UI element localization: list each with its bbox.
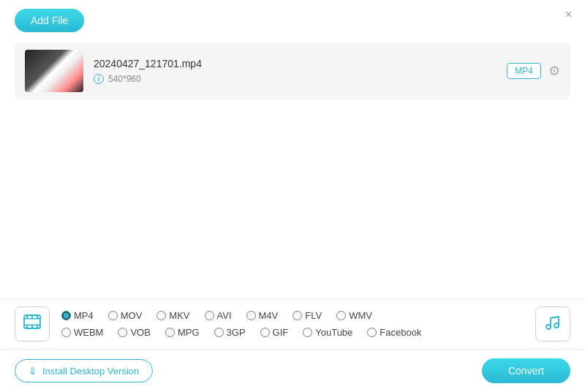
svg-point-9 [546, 325, 551, 329]
radio-mpg[interactable]: MPG [165, 327, 200, 338]
radio-vob[interactable]: VOB [118, 327, 150, 338]
close-button[interactable]: × [562, 7, 575, 22]
main-container: Add File 20240427_121701.mp4 i 540*960 M… [0, 0, 585, 99]
format-row-1: MP4 MOV MKV AVI M4V [61, 310, 524, 321]
svg-rect-6 [31, 325, 33, 329]
radio-webm[interactable]: WEBM [61, 327, 103, 338]
svg-rect-1 [24, 318, 40, 320]
radio-facebook[interactable]: Facebook [367, 327, 421, 338]
action-bar: ⇓ Install Desktop Version Convert [0, 350, 585, 392]
file-row: 20240427_121701.mp4 i 540*960 MP4 ⚙ [15, 42, 570, 99]
install-desktop-button[interactable]: ⇓ Install Desktop Version [15, 359, 153, 382]
format-badge[interactable]: MP4 [507, 63, 541, 79]
radio-m4v[interactable]: M4V [246, 310, 279, 321]
format-bar: MP4 MOV MKV AVI M4V [0, 299, 585, 350]
bottom-section: MP4 MOV MKV AVI M4V [0, 298, 585, 392]
radio-youtube[interactable]: YouTube [303, 327, 352, 338]
file-info: 20240427_121701.mp4 i 540*960 [94, 58, 497, 84]
convert-button[interactable]: Convert [482, 358, 570, 383]
settings-icon[interactable]: ⚙ [548, 63, 560, 79]
thumbnail-image [25, 50, 83, 92]
svg-rect-3 [26, 315, 28, 318]
file-resolution: 540*960 [108, 74, 141, 84]
file-name: 20240427_121701.mp4 [94, 58, 497, 69]
download-icon: ⇓ [29, 365, 37, 377]
radio-wmv[interactable]: WMV [336, 310, 372, 321]
video-format-icon-wrap[interactable] [15, 306, 50, 342]
format-row-2: WEBM VOB MPG 3GP GIF [61, 327, 524, 338]
info-icon: i [94, 74, 104, 84]
radio-avi[interactable]: AVI [205, 310, 232, 321]
radio-3gp[interactable]: 3GP [214, 327, 246, 338]
radio-mov[interactable]: MOV [108, 310, 143, 321]
svg-rect-7 [37, 315, 38, 318]
audio-format-icon-wrap[interactable] [535, 306, 570, 342]
file-actions: MP4 ⚙ [507, 63, 560, 79]
svg-rect-5 [31, 315, 33, 318]
svg-rect-4 [26, 325, 28, 329]
film-icon [23, 312, 42, 336]
radio-mp4[interactable]: MP4 [61, 310, 94, 321]
add-file-button[interactable]: Add File [15, 9, 84, 32]
radio-flv[interactable]: FLV [292, 310, 322, 321]
music-note-icon [544, 314, 562, 335]
radio-mkv[interactable]: MKV [156, 310, 189, 321]
svg-rect-8 [37, 325, 38, 329]
file-thumbnail [25, 50, 83, 92]
file-meta: i 540*960 [94, 74, 497, 84]
radio-gif[interactable]: GIF [260, 327, 289, 338]
format-options: MP4 MOV MKV AVI M4V [61, 310, 524, 338]
